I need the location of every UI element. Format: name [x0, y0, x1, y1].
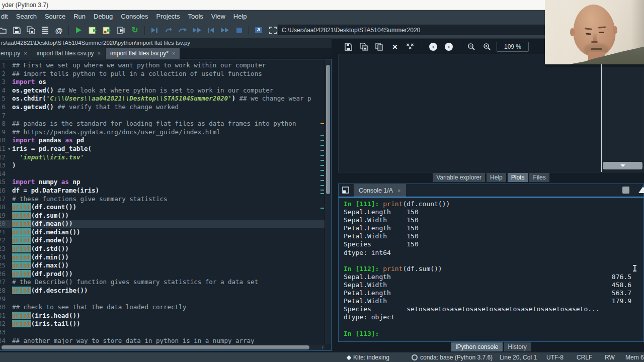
save-all-plots-icon[interactable] [358, 41, 370, 53]
close-icon[interactable]: × [98, 50, 101, 56]
step-icon[interactable] [177, 24, 189, 36]
file-switcher-icon[interactable] [39, 24, 51, 36]
interrupt-kernel-icon[interactable] [622, 187, 629, 194]
debug-cell-icon[interactable] [163, 24, 175, 36]
code-line[interactable]: 24print(df.min()) [0, 253, 325, 262]
code-line[interactable]: 16df = pd.DataFrame(iris) [0, 187, 325, 195]
code-line[interactable]: 29 [0, 295, 325, 304]
next-plot-icon[interactable]: › [443, 41, 455, 53]
code-line[interactable]: 7 [0, 112, 325, 120]
code-line[interactable]: 17# these functions give summary statist… [0, 195, 325, 204]
code-line[interactable]: 15import numpy as np [0, 178, 325, 187]
menu-item-run[interactable]: Run [69, 13, 90, 20]
code-line[interactable]: 27# the Describe() function gives summar… [0, 278, 325, 287]
editor-vertical-scrollbar[interactable] [325, 59, 331, 344]
code-line[interactable]: 33 [0, 328, 325, 337]
zoom-out-icon[interactable] [465, 41, 477, 53]
save-all-icon[interactable] [25, 24, 37, 36]
ipython-console-pane[interactable]: Console 1/A× In [111]: print(df.count())… [338, 184, 644, 342]
save-plot-icon[interactable] [342, 41, 354, 53]
code-line[interactable]: 30## check to see that the data loaded c… [0, 303, 325, 312]
menu-item-dit[interactable]: dit [0, 13, 12, 20]
previous-plot-icon[interactable]: ‹ [427, 41, 439, 53]
menu-item-projects[interactable]: Projects [152, 13, 184, 20]
editor-horizontal-scrollbar[interactable]: › [0, 344, 325, 350]
code-line[interactable]: 11▾iris = pd.read_table( [0, 145, 325, 153]
plot-zoom-level[interactable]: 109 % [497, 42, 529, 52]
run-cell-advance-icon[interactable] [101, 24, 113, 36]
tab-history[interactable]: History [504, 342, 531, 351]
open-file-icon[interactable] [0, 24, 9, 36]
tab-help[interactable]: Help [487, 173, 506, 182]
copy-plot-icon[interactable] [373, 41, 385, 53]
close-icon[interactable]: × [24, 50, 27, 56]
fold-arrow-icon[interactable]: ▾ [8, 145, 11, 153]
code-line[interactable]: 31print(iris.head()) [0, 312, 325, 320]
run-selection-icon[interactable] [115, 24, 127, 36]
code-line[interactable]: 20print(df.mean()) [0, 220, 325, 228]
new-window-icon[interactable] [253, 24, 265, 36]
code-line[interactable]: 28print(df.describe()) [0, 287, 325, 295]
code-line[interactable]: 9## https://pandas.pydata.org/docs/user_… [0, 128, 325, 137]
code-line[interactable]: 8## pandas is the standard for loading f… [0, 120, 325, 128]
code-line[interactable]: 5os.chdir('C:\\Users\\aa042821\\Desktop\… [0, 95, 325, 103]
browse-tabs-icon[interactable] [342, 187, 350, 194]
options-icon[interactable] [638, 187, 644, 193]
console-output[interactable]: In [111]: print(df.count())Sepal.Length … [339, 198, 643, 341]
menu-item-consoles[interactable]: Consoles [117, 13, 152, 20]
code-line[interactable]: 23print(df.std()) [0, 245, 325, 253]
stop-icon[interactable] [233, 24, 245, 36]
menu-item-source[interactable]: Source [41, 13, 69, 20]
tab-variable-explorer[interactable]: Variable explorer [433, 173, 485, 182]
tab-temp-py[interactable]: emp.py× [0, 48, 32, 59]
code-line[interactable]: 3import os [0, 78, 325, 86]
continue-icon[interactable] [219, 24, 231, 36]
code-line[interactable]: 14 [0, 170, 325, 178]
code-line[interactable]: 4os.getcwd() ## We look at where python … [0, 86, 325, 95]
run-cell-icon[interactable] [87, 24, 99, 36]
scrollbar-thumb[interactable] [2, 345, 309, 349]
code-line[interactable]: 19print(df.sum()) [0, 212, 325, 220]
thumbnails-scroll-down-button[interactable] [603, 162, 642, 169]
menu-item-view[interactable]: View [207, 13, 229, 20]
scroll-right-arrow-icon[interactable]: › [322, 344, 324, 350]
debug-file-icon[interactable] [148, 24, 160, 36]
run-file-icon[interactable] [72, 24, 85, 36]
tab-files[interactable]: Files [529, 173, 549, 182]
tab-import-flat-files-csv[interactable]: import flat files csv.py× [32, 48, 105, 59]
find-symbols-icon[interactable]: @ [53, 24, 65, 36]
code-line[interactable]: 32print(iris.tail()) [0, 320, 325, 328]
zoom-in-icon[interactable] [481, 41, 493, 53]
code-line[interactable]: 10import pandas as pd [0, 136, 325, 145]
code-line[interactable]: 2## import tells python to pull in a col… [0, 70, 325, 78]
scrollbar-thumb[interactable] [326, 65, 330, 194]
code-line[interactable]: 1## First we set up where we want python… [0, 61, 325, 70]
menu-item-help[interactable]: Help [229, 13, 251, 20]
save-icon[interactable] [11, 24, 23, 36]
tab-ipython-console[interactable]: IPython console [451, 342, 502, 351]
code-line[interactable]: 6os.getcwd() ## verify that the change w… [0, 103, 325, 112]
rerun-cell-icon[interactable]: ↻ [129, 24, 141, 36]
code-line[interactable]: 25print(df.max()) [0, 261, 325, 270]
menu-item-debug[interactable]: Debug [90, 13, 117, 20]
code-area[interactable]: 1## First we set up where we want python… [0, 61, 325, 344]
remove-plot-icon[interactable]: ✕ [389, 41, 401, 53]
tab-import-flat-files-tsv[interactable]: import flat files tsv.py*× [106, 48, 180, 59]
code-line[interactable]: 13) [0, 161, 325, 170]
code-line[interactable]: 18print(df.count()) [0, 203, 325, 212]
step-into-icon[interactable] [191, 24, 203, 36]
maximize-pane-icon[interactable] [267, 24, 279, 36]
code-line[interactable]: 34## another major way to store data in … [0, 337, 325, 344]
menu-item-tools[interactable]: Tools [184, 13, 207, 20]
code-line[interactable]: 12 'input\\iris.tsv' [0, 153, 325, 162]
close-icon[interactable]: × [172, 50, 175, 56]
tab-console-1a[interactable]: Console 1/A× [354, 184, 406, 197]
menu-item-search[interactable]: Search [12, 13, 41, 20]
code-line[interactable]: 21print(df.median()) [0, 228, 325, 237]
code-editor[interactable]: 1## First we set up where we want python… [0, 59, 332, 351]
step-return-icon[interactable] [205, 24, 217, 36]
close-icon[interactable]: × [397, 188, 400, 194]
code-line[interactable]: 26print(df.prod()) [0, 270, 325, 279]
tab-plots[interactable]: Plots [508, 173, 528, 182]
code-line[interactable]: 22print(df.mode()) [0, 236, 325, 245]
